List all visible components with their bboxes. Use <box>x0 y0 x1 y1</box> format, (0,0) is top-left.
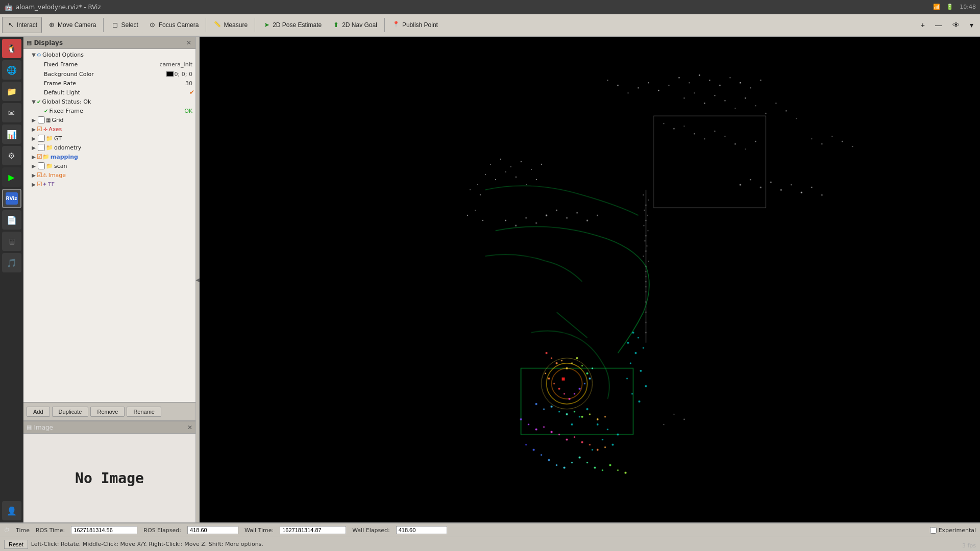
duplicate-button[interactable]: Duplicate <box>52 407 89 417</box>
rename-button[interactable]: Rename <box>127 407 161 417</box>
image-panel: ▦ Image ✕ No Image <box>23 420 195 522</box>
toolbar-extra-btn-1[interactable]: + <box>916 17 929 33</box>
focus-camera-button[interactable]: ⊙ Focus Camera <box>144 17 204 33</box>
svg-point-47 <box>811 187 812 188</box>
window-title: aloam_velodyne.rviz* - RViz <box>16 4 101 11</box>
task-icon-spreadsheet[interactable]: 📊 <box>2 124 21 144</box>
image-panel-close[interactable]: ✕ <box>187 424 192 431</box>
task-icon-settings[interactable]: ⚙ <box>2 146 21 165</box>
reset-button[interactable]: Reset <box>4 540 28 549</box>
global-options-item[interactable]: ▼ ⚙ Global Options <box>23 50 195 59</box>
mapping-expand[interactable]: ▶ <box>31 154 37 160</box>
displays-panel: ▦ Displays ✕ ▼ ⚙ Global Options ▶ Fixed … <box>23 37 195 402</box>
3d-viewport[interactable] <box>200 37 980 522</box>
mapping-item[interactable]: ▶ ☑ 📁 mapping <box>23 152 195 161</box>
remove-button[interactable]: Remove <box>90 407 125 417</box>
displays-close-button[interactable]: ✕ <box>185 39 192 46</box>
ros-elapsed-input[interactable] <box>187 526 238 534</box>
bg-color-swatch[interactable] <box>166 71 174 77</box>
add-button[interactable]: Add <box>27 407 50 417</box>
scan-expand[interactable]: ▶ <box>31 163 37 169</box>
fixed-frame-item[interactable]: ▶ Fixed Frame camera_init <box>23 59 195 69</box>
task-icon-email[interactable]: ✉ <box>2 103 21 122</box>
task-icon-docs[interactable]: 📄 <box>2 210 21 230</box>
default-light-checkbox[interactable]: ✔ <box>189 89 194 96</box>
task-icon-terminal[interactable]: ▶ <box>2 167 21 187</box>
task-icon-system[interactable]: 🖥 <box>2 232 21 251</box>
bg-color-item[interactable]: ▶ Background Color 0; 0; 0 <box>23 69 195 79</box>
global-status-item[interactable]: ▼ ✔ Global Status: Ok <box>23 97 195 106</box>
grid-item[interactable]: ▶ ▦ Grid <box>23 115 195 124</box>
svg-point-159 <box>586 462 588 463</box>
task-icon-1[interactable]: 🐧 <box>2 39 21 58</box>
global-options-expand[interactable]: ▼ <box>31 52 37 58</box>
axes-expand[interactable]: ▶ <box>31 126 37 132</box>
svg-point-60 <box>643 194 644 195</box>
interact-button[interactable]: ↖ Interact <box>2 17 42 33</box>
svg-point-24 <box>755 105 756 106</box>
mapping-checkbox[interactable]: ☑ <box>37 153 42 160</box>
svg-point-154 <box>548 459 550 461</box>
svg-point-145 <box>566 439 568 441</box>
tf-item[interactable]: ▶ ☑ ✦ TF <box>23 180 195 189</box>
pose-estimate-button[interactable]: ➤ 2D Pose Estimate <box>258 17 326 33</box>
default-light-item[interactable]: ▶ Default Light ✔ <box>23 88 195 97</box>
toolbar-extra-btn-4[interactable]: ▾ <box>965 17 978 33</box>
nav-goal-button[interactable]: ⬆ 2D Nav Goal <box>327 17 382 33</box>
image-checkbox[interactable]: ☑ <box>37 171 42 179</box>
image-expand[interactable]: ▶ <box>31 172 37 178</box>
wall-elapsed-input[interactable] <box>396 526 447 534</box>
tf-expand[interactable]: ▶ <box>31 181 37 187</box>
toolbar-separator-4 <box>384 18 385 32</box>
select-button[interactable]: ◻ Select <box>106 17 142 33</box>
displays-tree: ▼ ⚙ Global Options ▶ Fixed Frame camera_… <box>23 49 195 402</box>
toolbar-extra-btn-2[interactable]: — <box>930 17 947 33</box>
gt-expand[interactable]: ▶ <box>31 135 37 141</box>
task-icon-browser[interactable]: 🌐 <box>2 60 21 80</box>
app-icon: 🤖 <box>4 3 13 11</box>
toolbar-extra-btn-3[interactable]: 👁 <box>948 17 964 33</box>
svg-point-98 <box>607 429 608 430</box>
gt-item[interactable]: ▶ 📁 GT <box>23 134 195 143</box>
svg-point-128 <box>545 372 546 374</box>
ros-time-input[interactable] <box>71 526 137 534</box>
odometry-folder-icon: 📁 <box>46 144 53 151</box>
task-icon-rviz[interactable]: RViz <box>2 189 21 208</box>
grid-expand[interactable]: ▶ <box>31 117 37 123</box>
scan-item[interactable]: ▶ 📁 scan <box>23 161 195 170</box>
svg-point-3 <box>699 74 700 76</box>
task-icon-bottom[interactable]: 👤 <box>2 501 21 520</box>
measure-button[interactable]: 📏 Measure <box>209 17 252 33</box>
svg-point-75 <box>645 271 646 272</box>
pointcloud-visualization <box>200 37 980 522</box>
scan-checkbox[interactable] <box>38 162 45 169</box>
bg-color-value: 0; 0; 0 <box>175 71 194 78</box>
task-icon-files[interactable]: 📁 <box>2 82 21 101</box>
collapse-handle[interactable]: ◀ <box>195 37 200 522</box>
axes-checkbox[interactable]: ☑ <box>37 126 42 133</box>
axes-item[interactable]: ▶ ☑ ✛ Axes <box>23 124 195 134</box>
svg-rect-165 <box>562 378 565 381</box>
image-type-icon: ⚠ <box>42 172 47 179</box>
odometry-expand[interactable]: ▶ <box>31 144 37 151</box>
publish-point-button[interactable]: 📍 Publish Point <box>387 17 443 33</box>
svg-point-81 <box>645 312 646 313</box>
frame-rate-item[interactable]: ▶ Frame Rate 30 <box>23 79 195 88</box>
wall-time-input[interactable] <box>280 526 346 534</box>
task-icon-media[interactable]: 🎵 <box>2 253 21 272</box>
svg-point-141 <box>535 429 537 431</box>
odometry-item[interactable]: ▶ 📁 odometry <box>23 143 195 152</box>
fps-counter: 3 fps <box>962 542 976 549</box>
odometry-checkbox[interactable] <box>38 144 45 151</box>
image-item[interactable]: ▶ ☑ ⚠ Image <box>23 170 195 180</box>
move-camera-button[interactable]: ⊕ Move Camera <box>43 17 101 33</box>
grid-checkbox[interactable] <box>38 116 45 123</box>
experimental-checkbox[interactable] <box>930 527 937 534</box>
global-status-expand[interactable]: ▼ <box>31 98 37 105</box>
publish-point-icon: 📍 <box>392 21 400 29</box>
gt-checkbox[interactable] <box>38 135 45 142</box>
svg-point-33 <box>694 133 695 134</box>
svg-point-80 <box>645 302 646 303</box>
gs-fixed-frame-item[interactable]: ▶ ✔ Fixed Frame OK <box>23 106 195 115</box>
tf-checkbox[interactable]: ☑ <box>37 181 42 188</box>
